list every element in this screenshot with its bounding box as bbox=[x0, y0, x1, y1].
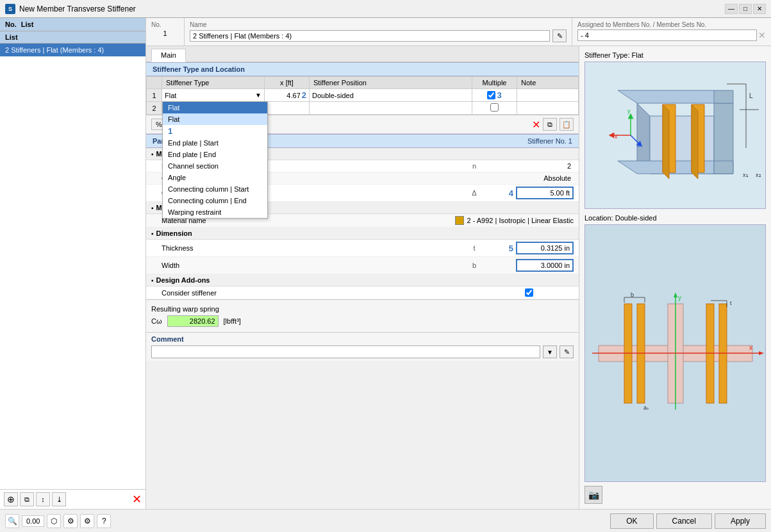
copy-list-btn[interactable]: ⧉ bbox=[20, 492, 34, 506]
col-x: x [ft] bbox=[265, 77, 310, 89]
dropdown-item-flat-selected[interactable]: Flat bbox=[163, 102, 267, 113]
apply-button[interactable]: Apply bbox=[715, 513, 766, 529]
svg-text:z: z bbox=[637, 142, 640, 148]
name-edit-btn[interactable]: ✎ bbox=[552, 29, 567, 42]
svg-text:x₁: x₁ bbox=[743, 172, 749, 178]
collapse-design[interactable]: ▪ bbox=[151, 277, 154, 284]
num-badge-2: 2 bbox=[302, 90, 306, 100]
header-row: No. 1 Name ✎ Assigned to Members No. / M… bbox=[146, 18, 771, 46]
name-input[interactable] bbox=[190, 30, 550, 42]
tab-main[interactable]: Main bbox=[151, 49, 186, 62]
name-section: Name ✎ bbox=[185, 18, 572, 46]
row-pos-2 bbox=[310, 102, 472, 115]
name-label: Name bbox=[190, 21, 567, 28]
dropdown-item-endplate-start[interactable]: End plate | Start bbox=[163, 137, 267, 149]
stiffener-table: Stiffener Type x [ft] Stiffener Position… bbox=[146, 76, 579, 115]
ok-button[interactable]: OK bbox=[610, 513, 653, 529]
list-item-1[interactable]: 2 Stiffeners | Flat (Members : 4) bbox=[0, 44, 145, 56]
comment-section: Comment ▼ ✎ bbox=[146, 332, 579, 361]
stiffener-section: Stiffener Type and Location Stiffener Ty… bbox=[146, 62, 579, 134]
row-mult-2 bbox=[472, 102, 517, 115]
dropdown-item-angle[interactable]: Angle bbox=[163, 172, 267, 183]
minimize-btn[interactable]: — bbox=[725, 4, 738, 14]
titlebar: S New Member Transverse Stiffener — □ ✕ bbox=[0, 0, 771, 18]
assigned-input[interactable] bbox=[577, 29, 757, 41]
titlebar-controls: — □ ✕ bbox=[725, 4, 766, 14]
num-badge-5: 5 bbox=[509, 244, 513, 253]
table-row: 1 Flat ▼ Fla bbox=[147, 89, 579, 102]
collapse-material[interactable]: ▪ bbox=[151, 204, 154, 212]
collapse-multiple[interactable]: ▪ bbox=[151, 151, 154, 158]
group-design-title: Design Add-ons bbox=[156, 276, 210, 284]
comment-input[interactable] bbox=[151, 345, 540, 358]
svg-marker-5 bbox=[714, 90, 733, 103]
no-section: No. 1 bbox=[146, 18, 185, 46]
param-value-material: 2 - A992 | Isotropic | Linear Elastic bbox=[445, 216, 574, 225]
width-input[interactable] bbox=[516, 259, 574, 272]
comment-edit-btn[interactable]: ✎ bbox=[560, 345, 574, 358]
comment-title: Comment bbox=[151, 335, 574, 343]
assigned-clear-btn[interactable]: ✕ bbox=[758, 30, 766, 40]
offset-input[interactable] bbox=[516, 187, 574, 199]
settings-btn-2[interactable]: ⚙ bbox=[80, 514, 94, 528]
center-right: No. 1 Name ✎ Assigned to Members No. / M… bbox=[146, 18, 771, 509]
no-label: No. bbox=[151, 21, 179, 28]
dropdown-item-endplate-end[interactable]: End plate | End bbox=[163, 149, 267, 160]
dropdown-item-flat2[interactable]: Flat bbox=[163, 113, 267, 125]
svg-text:x: x bbox=[749, 344, 752, 351]
row-note-2 bbox=[517, 102, 579, 115]
svg-marker-31 bbox=[759, 351, 764, 355]
delete-list-btn[interactable]: ✕ bbox=[132, 494, 142, 505]
diagram-photo-btn[interactable]: 📷 bbox=[584, 486, 602, 504]
zoom-btn[interactable]: 🔍 bbox=[5, 514, 19, 528]
dropdown-item-channel[interactable]: Channel section bbox=[163, 160, 267, 172]
dropdown-arrow-1[interactable]: ▼ bbox=[255, 92, 261, 99]
model-view-btn[interactable]: ⬡ bbox=[47, 514, 61, 528]
thickness-input[interactable] bbox=[516, 242, 574, 254]
content-diagram-split: Main Stiffener Type and Location bbox=[146, 46, 771, 509]
assigned-label: Assigned to Members No. / Member Sets No… bbox=[577, 21, 766, 28]
result-section: Resulting warp spring Cω [lbfft³] bbox=[146, 299, 579, 332]
table-paste-btn[interactable]: 📋 bbox=[560, 118, 574, 131]
maximize-btn[interactable]: □ bbox=[739, 4, 752, 14]
app-icon: S bbox=[5, 4, 15, 14]
comment-dropdown-btn[interactable]: ▼ bbox=[543, 345, 557, 358]
help-btn[interactable]: ? bbox=[97, 514, 111, 528]
export-btn[interactable]: ⤓ bbox=[52, 492, 66, 506]
row-mult-1: 3 bbox=[472, 89, 517, 102]
mult-checkbox-2[interactable] bbox=[490, 103, 499, 112]
left-panel: No. List List 2 Stiffeners | Flat (Membe… bbox=[0, 18, 146, 509]
svg-text:aₛ: aₛ bbox=[643, 404, 649, 411]
diagram-3d: L x₁ x₂ x y z bbox=[584, 62, 766, 209]
mult-checkbox-1[interactable] bbox=[487, 91, 495, 99]
stiffener-table-wrap: Stiffener Type x [ft] Stiffener Position… bbox=[146, 76, 579, 115]
diagram-2d-svg: x y aₛ t bbox=[586, 291, 765, 416]
table-copy-btn[interactable]: ⧉ bbox=[543, 118, 557, 131]
pos-value-1: Double-sided bbox=[312, 92, 354, 99]
num-badge-4: 4 bbox=[509, 188, 513, 198]
svg-text:y: y bbox=[678, 294, 681, 301]
dropdown-item-conn-end[interactable]: Connecting column | End bbox=[163, 195, 267, 206]
right-panel: Stiffener Type: Flat bbox=[579, 46, 771, 509]
close-btn[interactable]: ✕ bbox=[753, 4, 766, 14]
col-pos: Stiffener Position bbox=[310, 77, 472, 89]
row-x-1: 4.67 2 bbox=[265, 89, 310, 102]
settings-btn-1[interactable]: ⚙ bbox=[63, 514, 78, 528]
cancel-button[interactable]: Cancel bbox=[656, 513, 712, 529]
material-swatch bbox=[455, 216, 464, 225]
assigned-section: Assigned to Members No. / Member Sets No… bbox=[572, 18, 771, 46]
move-btn[interactable]: ↕ bbox=[36, 492, 50, 506]
dropdown-item-warp[interactable]: Warping restraint bbox=[163, 206, 267, 218]
table-delete-btn[interactable]: ✕ bbox=[532, 119, 540, 131]
group-dimension-header: ▪ Dimension bbox=[146, 228, 579, 240]
dropdown-item-conn-start[interactable]: Connecting column | Start bbox=[163, 183, 267, 195]
param-symbol-b: b bbox=[465, 262, 484, 269]
new-btn[interactable]: ⊕ bbox=[4, 492, 18, 506]
result-input[interactable] bbox=[167, 315, 219, 327]
result-label: Resulting warp spring bbox=[151, 305, 574, 313]
svg-text:y: y bbox=[627, 108, 631, 114]
list-spacer bbox=[0, 56, 145, 489]
collapse-dimension[interactable]: ▪ bbox=[151, 230, 154, 237]
list-header: No. List bbox=[0, 18, 145, 31]
consider-checkbox[interactable] bbox=[525, 288, 533, 297]
